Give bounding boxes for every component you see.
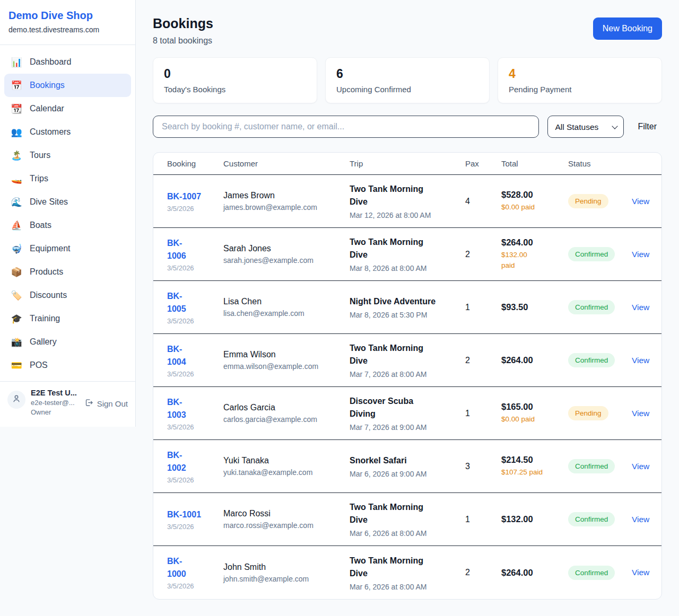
view-link[interactable]: View	[632, 568, 649, 577]
sidebar-item-label: Bookings	[30, 81, 65, 90]
stat-label: Pending Payment	[509, 85, 651, 94]
status-filter-wrap: All Statuses	[547, 116, 624, 138]
booking-id-link[interactable]: BK-1001	[167, 508, 223, 521]
table-header-row: Booking Customer Trip Pax Total Status	[153, 153, 661, 175]
customer-name: Yuki Tanaka	[223, 456, 350, 465]
sidebar-item-pos[interactable]: 💳POS	[4, 354, 131, 377]
customer-name: Carlos Garcia	[223, 403, 350, 412]
view-link[interactable]: View	[632, 515, 649, 524]
new-booking-button[interactable]: New Booking	[593, 17, 662, 40]
customer-email: carlos.garcia@example.com	[223, 415, 350, 424]
status-cell: Confirmed	[568, 512, 632, 526]
sidebar-item-boats[interactable]: ⛵Boats	[4, 214, 131, 237]
status-badge: Confirmed	[568, 353, 615, 367]
stat-label: Today's Bookings	[164, 85, 306, 94]
booking-date: 3/5/2026	[167, 423, 223, 431]
trip-name: Night Dive Adventure	[350, 295, 465, 308]
customer-cell: Lisa Chen lisa.chen@example.com	[223, 297, 350, 318]
sidebar-item-dashboard[interactable]: 📊Dashboard	[4, 50, 131, 74]
sidebar-item-label: Trips	[30, 174, 48, 183]
status-badge: Confirmed	[568, 247, 615, 261]
stat-value: 6	[336, 67, 478, 81]
view-link[interactable]: View	[632, 356, 649, 365]
stat-value: 0	[164, 67, 306, 81]
customer-cell: Yuki Tanaka yuki.tanaka@example.com	[223, 456, 350, 477]
booking-cell: BK-1001 3/5/2026	[167, 508, 223, 531]
total-amount: $165.00	[501, 402, 568, 412]
booking-id-link[interactable]: BK- 1004	[167, 343, 223, 368]
customer-email: john.smith@example.com	[223, 575, 350, 583]
table-row: BK- 1000 3/5/2026 John Smith john.smith@…	[153, 546, 661, 599]
logout-icon	[84, 398, 93, 409]
customer-cell: Emma Wilson emma.wilson@example.com	[223, 350, 350, 371]
sidebar-item-tours[interactable]: 🏝️Tours	[4, 144, 131, 167]
sidebar-item-gallery[interactable]: 📸Gallery	[4, 330, 131, 354]
total-cell: $214.50 $107.25 paid	[501, 455, 568, 478]
sidebar-item-label: Boats	[30, 221, 51, 230]
view-link[interactable]: View	[632, 250, 649, 259]
total-amount: $132.00	[501, 514, 568, 524]
trip-name: Snorkel Safari	[350, 454, 465, 467]
booking-id-link[interactable]: BK- 1005	[167, 290, 223, 315]
status-badge: Pending	[568, 194, 608, 208]
sidebar-item-training[interactable]: 🎓Training	[4, 307, 131, 330]
customer-email: james.brown@example.com	[223, 203, 350, 212]
sidebar-item-customers[interactable]: 👥Customers	[4, 120, 131, 144]
search-input[interactable]	[153, 116, 539, 138]
col-header-pax: Pax	[465, 159, 501, 168]
booking-id-link[interactable]: BK- 1006	[167, 237, 223, 262]
booking-id-link[interactable]: BK- 1002	[167, 449, 223, 474]
booking-id-link[interactable]: BK- 1003	[167, 396, 223, 421]
table-row: BK-1001 3/5/2026 Marco Rossi marco.rossi…	[153, 493, 661, 546]
booking-id-link[interactable]: BK-1007	[167, 190, 223, 203]
trip-cell: Two Tank Morning Dive Mar 7, 2026 at 8:0…	[350, 342, 465, 379]
status-badge: Confirmed	[568, 459, 615, 473]
col-header-status: Status	[568, 159, 632, 168]
sidebar-item-discounts[interactable]: 🏷️Discounts	[4, 284, 131, 307]
page-title: Bookings	[153, 16, 213, 31]
sign-out-button[interactable]: Sign Out	[84, 398, 128, 409]
sidebar-item-dive-sites[interactable]: 🌊Dive Sites	[4, 190, 131, 214]
filter-button[interactable]: Filter	[632, 119, 662, 135]
sidebar-item-trips[interactable]: 🚤Trips	[4, 167, 131, 190]
view-link[interactable]: View	[632, 409, 649, 418]
tear-off-calendar-icon: 📆	[11, 103, 22, 115]
customer-email: marco.rossi@example.com	[223, 521, 350, 530]
customer-email: sarah.jones@example.com	[223, 256, 350, 265]
island-icon: 🏝️	[11, 150, 22, 161]
sidebar-item-equipment[interactable]: 🤿Equipment	[4, 237, 131, 260]
sidebar-item-label: Products	[30, 267, 63, 277]
view-link[interactable]: View	[632, 197, 649, 206]
booking-id-link[interactable]: BK- 1000	[167, 555, 223, 580]
trip-cell: Two Tank Morning Dive Mar 8, 2026 at 8:0…	[350, 236, 465, 272]
customer-name: John Smith	[223, 562, 350, 572]
view-link[interactable]: View	[632, 462, 649, 471]
total-cell: $93.50	[501, 302, 568, 312]
pax-count: 2	[465, 568, 501, 577]
controls-row: All Statuses Filter	[153, 116, 662, 138]
pax-cell: 2	[465, 250, 501, 259]
sidebar-item-products[interactable]: 📦Products	[4, 260, 131, 284]
booking-cell: BK- 1000 3/5/2026	[167, 555, 223, 590]
col-header-booking: Booking	[167, 159, 223, 168]
trip-datetime: Mar 7, 2026 at 8:00 AM	[350, 370, 465, 379]
booking-cell: BK-1007 3/5/2026	[167, 190, 223, 213]
pax-count: 3	[465, 462, 501, 471]
diving-mask-icon: 🤿	[11, 243, 22, 254]
user-email: e2e-tester@...	[31, 399, 79, 407]
sidebar-item-calendar[interactable]: 📆Calendar	[4, 97, 131, 120]
status-filter-select[interactable]: All Statuses	[547, 116, 624, 138]
table-row: BK- 1004 3/5/2026 Emma Wilson emma.wilso…	[153, 334, 661, 387]
view-link[interactable]: View	[632, 303, 649, 312]
trip-name: Two Tank Morning Dive	[350, 555, 465, 580]
wave-icon: 🌊	[11, 197, 22, 208]
sidebar-item-bookings[interactable]: 📅Bookings	[4, 74, 131, 97]
trip-datetime: Mar 12, 2026 at 8:00 AM	[350, 211, 465, 219]
trip-name: Two Tank Morning Dive	[350, 501, 465, 526]
status-badge: Confirmed	[568, 566, 615, 580]
status-badge: Confirmed	[568, 300, 615, 314]
actions-cell: View	[632, 568, 649, 577]
table-row: BK-1007 3/5/2026 James Brown james.brown…	[153, 175, 661, 228]
sidebar-item-label: Gallery	[30, 337, 57, 347]
user-meta: E2E Test U... e2e-tester@... Owner	[31, 389, 79, 416]
